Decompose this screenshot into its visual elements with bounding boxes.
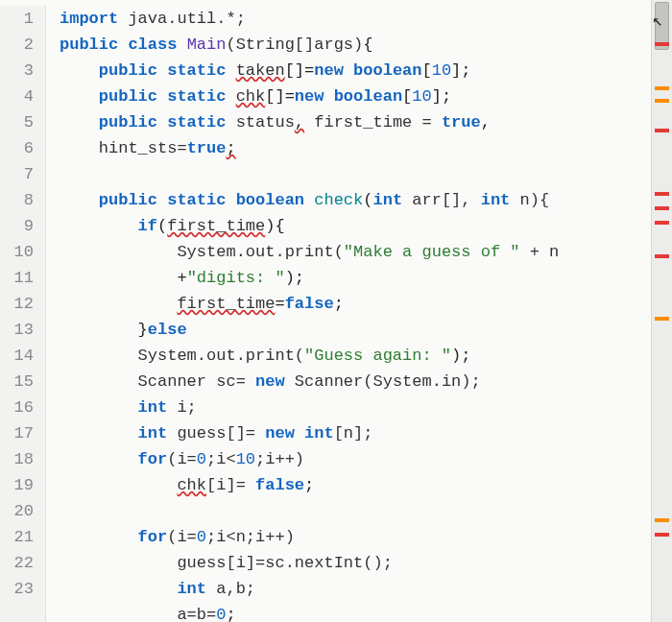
token: ,	[481, 113, 491, 132]
token: boolean	[353, 61, 421, 80]
error-marker[interactable]	[655, 192, 669, 196]
error-marker[interactable]	[655, 533, 669, 537]
token: [	[402, 87, 412, 106]
token: +	[60, 269, 187, 287]
token: "Make a guess of "	[344, 243, 520, 261]
error-marker[interactable]	[655, 206, 669, 210]
line-number: 13	[0, 317, 34, 343]
token: Scanner sc=	[60, 372, 255, 391]
code-line[interactable]: Scanner sc= new Scanner(System.in);	[60, 369, 672, 395]
error-marker[interactable]	[655, 317, 669, 321]
token: {	[363, 36, 372, 54]
line-number: 23	[0, 576, 34, 602]
code-line[interactable]: int i;	[60, 395, 672, 420]
token: (	[363, 191, 372, 209]
token: if	[60, 217, 157, 235]
code-line[interactable]: }else	[60, 317, 672, 343]
token: guess[i]=sc.nextInt();	[60, 554, 393, 572]
token: true	[187, 139, 227, 157]
code-line[interactable]: int a,b;	[60, 576, 672, 602]
token: arr[],	[412, 191, 480, 209]
token: }	[60, 321, 148, 339]
token: ;i<	[206, 450, 236, 468]
code-line[interactable]: public static chk[]=new boolean[10];	[60, 84, 672, 109]
line-number: 5	[0, 109, 34, 135]
token: int	[481, 191, 520, 209]
token: System.out.print(	[60, 347, 304, 365]
token: ;	[304, 476, 314, 494]
error-marker[interactable]	[655, 254, 669, 258]
code-line[interactable]: public static status, first_time = true,	[60, 109, 672, 135]
token: import	[60, 10, 128, 28]
token: java.util.*;	[128, 10, 245, 28]
line-number: 10	[0, 239, 34, 265]
error-marker[interactable]	[655, 42, 669, 46]
scrollbar[interactable]: ↖	[651, 0, 672, 622]
token: a=b=	[60, 606, 216, 622]
token: [	[422, 61, 432, 80]
code-line[interactable]: if(first_time){	[60, 213, 672, 239]
token	[60, 476, 177, 494]
code-line[interactable]: public static taken[]=new boolean[10];	[60, 58, 672, 84]
error-marker[interactable]	[655, 129, 669, 132]
token: boolean	[236, 191, 315, 209]
token: [i]=	[206, 476, 255, 494]
token: int	[372, 191, 412, 209]
token: for	[60, 528, 167, 546]
line-number: 2	[0, 32, 34, 58]
code-line[interactable]: System.out.print("Make a guess of " + n	[60, 239, 672, 265]
line-number: 17	[0, 420, 34, 446]
token: status	[236, 113, 295, 132]
line-number: 19	[0, 472, 34, 498]
token: ;	[226, 139, 235, 157]
line-number: 11	[0, 265, 34, 291]
token: 10	[236, 450, 255, 468]
token: 10	[432, 61, 451, 80]
token: ;i<n;i++)	[206, 528, 295, 546]
line-number: 3	[0, 58, 34, 84]
token: (	[157, 217, 167, 235]
token: 0	[216, 606, 226, 622]
code-line[interactable]: public class Main(String[]args){	[60, 32, 672, 58]
code-line[interactable]: public static boolean check(int arr[], i…	[60, 187, 672, 213]
token: ,	[295, 113, 304, 132]
token: new	[314, 61, 353, 80]
code-line[interactable]: +"digits: ");	[60, 265, 672, 291]
token: false	[285, 295, 334, 313]
error-marker[interactable]	[655, 99, 669, 103]
code-line[interactable]: hint_sts=true;	[60, 135, 672, 161]
line-number: 12	[0, 291, 34, 317]
code-line[interactable]: chk[i]= false;	[60, 472, 672, 498]
token: (i=	[167, 450, 197, 468]
code-line[interactable]	[60, 161, 672, 187]
code-line[interactable]: for(i=0;i<n;i++)	[60, 524, 672, 550]
token: int	[60, 398, 177, 417]
code-editor[interactable]: 1234567891011121314151617181920212223 im…	[0, 0, 672, 622]
code-line[interactable]: a=b=0;	[60, 602, 672, 622]
code-line[interactable]: for(i=0;i<10;i++)	[60, 446, 672, 472]
code-area[interactable]: import java.util.*;public class Main(Str…	[46, 6, 672, 622]
cursor-icon: ↖	[652, 10, 662, 31]
token: 10	[412, 87, 431, 106]
token: []=	[285, 61, 315, 80]
code-line[interactable]: int guess[]= new int[n];	[60, 420, 672, 446]
line-number: 20	[0, 498, 34, 524]
token: ;	[226, 606, 235, 622]
error-marker[interactable]	[655, 221, 669, 225]
line-number: 1	[0, 6, 34, 32]
token: public static	[60, 191, 236, 209]
code-line[interactable]: guess[i]=sc.nextInt();	[60, 550, 672, 576]
code-line[interactable]	[60, 498, 672, 524]
token: (i=	[167, 528, 197, 546]
token: "Guess again: "	[304, 347, 451, 365]
code-line[interactable]: System.out.print("Guess again: ");	[60, 343, 672, 369]
error-marker[interactable]	[655, 518, 669, 522]
token: public static	[60, 113, 236, 132]
code-line[interactable]: first_time=false;	[60, 291, 672, 317]
token: public static	[60, 61, 236, 80]
code-line[interactable]: import java.util.*;	[60, 6, 672, 32]
token: chk	[236, 87, 266, 106]
line-number: 8	[0, 187, 34, 213]
error-marker[interactable]	[655, 86, 669, 90]
token: guess[]=	[177, 424, 265, 443]
